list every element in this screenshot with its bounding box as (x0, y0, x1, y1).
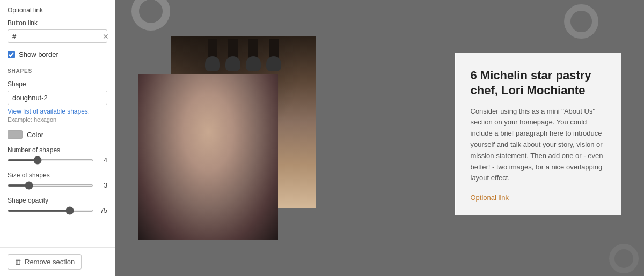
button-link-input-row: ✕ (8, 29, 107, 43)
light-4 (269, 39, 279, 71)
portrait-img-bg (138, 74, 278, 240)
light-3 (248, 39, 258, 71)
light-2 (228, 39, 238, 71)
size-shapes-group: Size of shapes 3 (8, 171, 107, 189)
size-shapes-slider-row: 3 (8, 182, 107, 189)
button-link-input[interactable] (12, 32, 103, 40)
trash-icon: 🗑 (14, 258, 21, 266)
color-swatch[interactable] (8, 130, 23, 139)
shape-opacity-value: 75 (98, 207, 107, 214)
shape-opacity-label: Shape opacity (8, 197, 107, 204)
num-shapes-group: Number of shapes 4 (8, 146, 107, 164)
button-link-group: Button link ✕ (8, 19, 107, 43)
show-border-row: Show border (8, 50, 107, 58)
optional-link-label: Optional link (8, 6, 107, 14)
show-border-checkbox[interactable] (8, 51, 15, 58)
shape-opacity-group: Shape opacity 75 (8, 197, 107, 214)
card-body: Consider using this as a mini "About Us"… (471, 106, 606, 184)
panel-content: Optional link Button link ✕ Show border … (0, 0, 115, 247)
button-link-label: Button link (8, 19, 107, 27)
content-area: 6 Michelin star pastry chef, Lori Mochia… (138, 20, 621, 256)
num-shapes-slider-row: 4 (8, 156, 107, 164)
light-1 (208, 39, 217, 71)
shape-input[interactable] (8, 91, 107, 105)
remove-section-label: Remove section (25, 258, 75, 266)
num-shapes-slider[interactable] (8, 159, 93, 161)
num-shapes-label: Number of shapes (8, 146, 107, 154)
size-shapes-label: Size of shapes (8, 171, 107, 179)
shape-opacity-slider[interactable] (8, 210, 93, 212)
images-container (138, 20, 364, 245)
text-card: 6 Michelin star pastry chef, Lori Mochia… (455, 53, 621, 216)
size-shapes-slider[interactable] (8, 184, 93, 187)
remove-section-button[interactable]: 🗑 Remove section (8, 254, 82, 270)
color-row: Color (8, 130, 107, 139)
shape-opacity-slider-row: 75 (8, 207, 107, 214)
shape-field-group: Shape View list of available shapes. Exa… (8, 80, 107, 123)
size-shapes-value: 3 (98, 182, 107, 189)
show-border-label[interactable]: Show border (19, 50, 58, 58)
left-panel: Optional link Button link ✕ Show border … (0, 0, 115, 276)
right-preview: 6 Michelin star pastry chef, Lori Mochia… (115, 0, 644, 276)
card-title: 6 Michelin star pastry chef, Lori Mochia… (471, 68, 606, 99)
shape-example-text: Example: hexagon (8, 116, 107, 123)
view-shapes-link[interactable]: View list of available shapes. (8, 108, 107, 115)
shape-label: Shape (8, 80, 107, 88)
panel-footer: 🗑 Remove section (0, 247, 115, 276)
shapes-section-title: SHAPES (8, 68, 107, 74)
clear-input-icon[interactable]: ✕ (103, 33, 109, 40)
color-label: Color (27, 131, 43, 139)
optional-link[interactable]: Optional link (471, 193, 509, 202)
portrait-image (138, 74, 278, 240)
num-shapes-value: 4 (98, 156, 107, 164)
